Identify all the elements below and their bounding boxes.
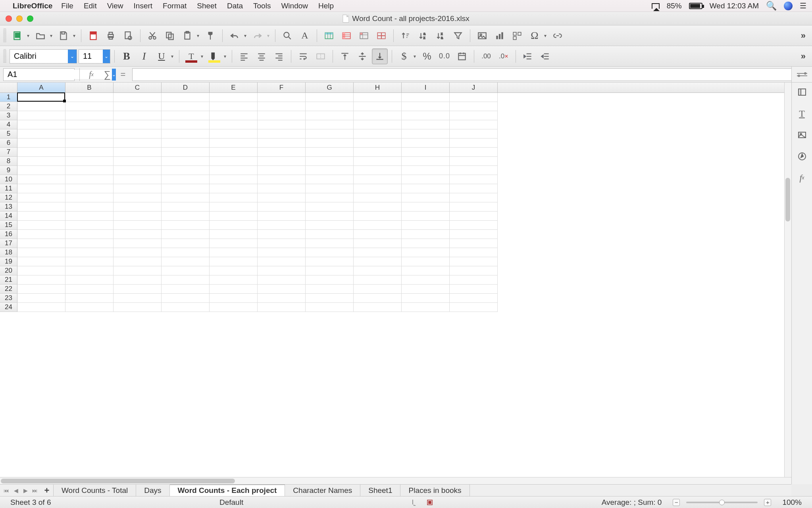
cell[interactable] [65,184,114,193]
cell[interactable] [17,157,65,166]
select-all-corner[interactable] [0,83,17,92]
cell[interactable] [402,111,450,120]
cell[interactable] [258,266,306,275]
cell[interactable] [114,275,162,285]
menu-data[interactable]: Data [227,2,243,10]
cell[interactable] [258,120,306,129]
cell[interactable] [65,139,114,148]
zoom-slider[interactable] [686,502,758,503]
styles-panel-button[interactable]: T [795,106,809,121]
wrap-text-button[interactable] [295,48,311,64]
column-header[interactable]: H [354,83,402,92]
cell[interactable] [450,230,498,239]
cell[interactable] [17,175,65,184]
cell[interactable] [354,148,402,157]
selection-mode-icon[interactable] [421,496,439,508]
column-header[interactable]: J [450,83,498,92]
cell[interactable] [65,129,114,139]
cell[interactable] [162,202,210,212]
cell[interactable] [306,102,354,111]
cell[interactable] [306,193,354,202]
cell[interactable] [306,303,354,312]
row-header[interactable]: 18 [0,248,17,257]
cell[interactable] [402,93,450,102]
cell[interactable] [450,221,498,230]
menu-edit[interactable]: Edit [84,2,97,10]
cell[interactable] [450,139,498,148]
cell[interactable] [354,303,402,312]
cell[interactable] [354,266,402,275]
window-minimize-button[interactable] [16,15,23,22]
decrease-indent-button[interactable] [537,48,553,64]
cell[interactable] [210,93,258,102]
cell[interactable] [306,157,354,166]
cell[interactable] [402,120,450,129]
battery-icon[interactable] [689,3,702,9]
row-header[interactable]: 13 [0,202,17,212]
cell[interactable] [65,166,114,175]
redo-button[interactable] [250,28,266,44]
sheet-tab[interactable]: Sheet1 [360,485,400,496]
sheet-tab[interactable]: Word Counts - Each project [170,485,285,496]
cell[interactable] [210,257,258,266]
cell[interactable] [210,148,258,157]
cell[interactable] [210,139,258,148]
menu-view[interactable]: View [107,2,123,10]
add-sheet-button[interactable]: + [43,487,51,495]
siri-icon[interactable] [784,2,793,10]
cell[interactable] [114,257,162,266]
cell[interactable] [65,230,114,239]
column-header[interactable]: G [306,83,354,92]
increase-indent-button[interactable] [520,48,536,64]
cell[interactable] [354,248,402,257]
row-header[interactable]: 23 [0,294,17,303]
sort-desc-button[interactable]: az [415,28,431,44]
cell[interactable] [354,193,402,202]
freeze-button[interactable] [356,28,372,44]
cell[interactable] [402,166,450,175]
vertical-scroll-thumb[interactable] [785,178,790,221]
cell[interactable] [402,294,450,303]
cell[interactable] [162,303,210,312]
cell[interactable] [210,111,258,120]
cell[interactable] [114,93,162,102]
cell[interactable] [114,157,162,166]
cell[interactable] [402,303,450,312]
font-size-input[interactable] [79,52,103,61]
sheet-tab[interactable]: Days [136,485,169,496]
cell[interactable] [402,129,450,139]
cell[interactable] [162,275,210,285]
cell[interactable] [306,294,354,303]
toolbar-overflow-button[interactable]: » [798,31,809,41]
cell[interactable] [65,202,114,212]
status-summary[interactable]: Average: ; Sum: 0 [596,496,668,508]
row-header[interactable]: 10 [0,175,17,184]
cell[interactable] [354,275,402,285]
cell[interactable] [65,239,114,248]
cell[interactable] [65,257,114,266]
open-dropdown[interactable]: ▾ [48,33,54,38]
tab-last-button[interactable]: ⏭ [31,487,39,495]
cell[interactable] [402,184,450,193]
cell[interactable] [210,266,258,275]
cell[interactable] [258,157,306,166]
cell[interactable] [17,275,65,285]
cell[interactable] [354,157,402,166]
cell[interactable] [114,294,162,303]
cell[interactable] [450,129,498,139]
horizontal-scroll-thumb[interactable] [1,479,235,483]
number-button[interactable]: 0.0 [437,48,452,64]
cell[interactable] [65,175,114,184]
cell[interactable] [306,257,354,266]
cell[interactable] [17,285,65,294]
row-header[interactable]: 16 [0,230,17,239]
cell[interactable] [450,111,498,120]
row-header[interactable]: 12 [0,193,17,202]
column-button[interactable] [339,28,354,44]
valign-top-button[interactable] [337,48,353,64]
cell[interactable] [354,129,402,139]
cell[interactable] [17,148,65,157]
new-doc-dropdown[interactable]: ▾ [25,33,31,38]
percent-button[interactable]: % [419,48,435,64]
cell[interactable] [162,102,210,111]
